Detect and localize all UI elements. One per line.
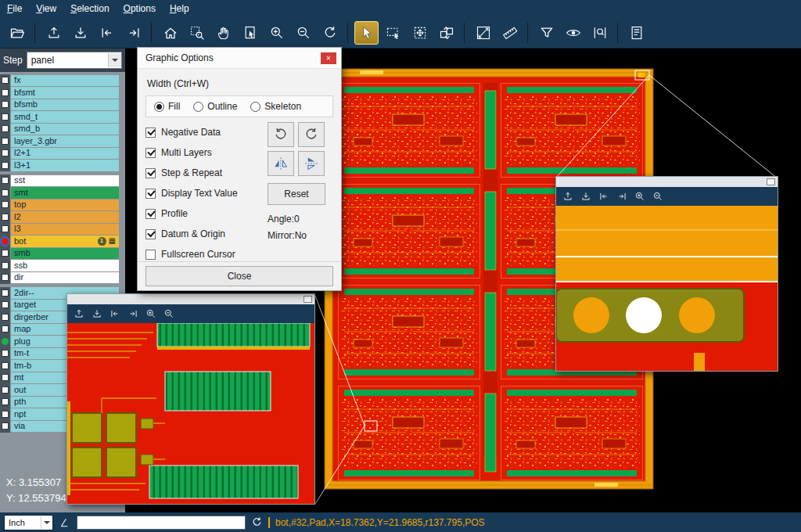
step-combobox[interactable]: panel bbox=[27, 52, 122, 69]
reset-button[interactable]: Reset bbox=[268, 183, 325, 205]
layer-row-sst[interactable]: sst bbox=[0, 174, 125, 187]
move-selection-icon[interactable] bbox=[408, 21, 432, 45]
zoom-previous-icon[interactable] bbox=[318, 21, 342, 45]
snap-angle-icon[interactable] bbox=[59, 516, 71, 529]
pointer-tool-icon[interactable] bbox=[354, 21, 379, 45]
zoom-in-icon[interactable] bbox=[144, 307, 158, 321]
window-collapse-icon[interactable] bbox=[767, 178, 775, 185]
zoom-in-icon[interactable] bbox=[633, 189, 647, 203]
layer-row-bot[interactable]: bot1▦ bbox=[0, 235, 125, 248]
mirror-vertical-button[interactable] bbox=[298, 151, 325, 176]
rotate-ccw-button[interactable] bbox=[298, 122, 325, 147]
layer-visibility-checkbox[interactable] bbox=[0, 87, 10, 99]
measure-line-icon[interactable] bbox=[471, 21, 495, 45]
layer-visibility-checkbox[interactable] bbox=[0, 74, 10, 87]
ruler-icon[interactable] bbox=[497, 21, 522, 45]
magnifier-1-title-bar[interactable] bbox=[67, 294, 314, 304]
layer-row-ssb[interactable]: ssb bbox=[0, 260, 125, 272]
layer-visibility-checkbox[interactable] bbox=[0, 247, 10, 260]
radio-fill[interactable]: Fill bbox=[154, 101, 180, 112]
layer-visibility-checkbox[interactable] bbox=[0, 199, 10, 211]
checkbox-display-text-value[interactable]: Display Text Value bbox=[145, 183, 268, 203]
chevron-down-icon[interactable] bbox=[108, 53, 121, 67]
layer-visibility-checkbox[interactable] bbox=[0, 187, 10, 200]
window-collapse-icon[interactable] bbox=[304, 296, 312, 303]
export-step-up-icon[interactable] bbox=[561, 189, 575, 203]
mirror-horizontal-button[interactable] bbox=[268, 151, 294, 176]
layer-row-smd-t[interactable]: smd_t bbox=[0, 111, 125, 124]
layer-visibility-checkbox[interactable] bbox=[0, 135, 10, 148]
layer-visibility-checkbox[interactable] bbox=[0, 311, 10, 324]
menu-selection[interactable]: Selection bbox=[63, 1, 116, 16]
layer-visibility-checkbox[interactable] bbox=[0, 372, 10, 384]
layer-row-bfsmt[interactable]: bfsmt bbox=[0, 87, 125, 99]
layer-visibility-checkbox[interactable] bbox=[0, 211, 10, 224]
dialog-title-bar[interactable]: Graphic Options × bbox=[138, 48, 341, 69]
magnifier-2-title-bar[interactable] bbox=[556, 177, 778, 187]
layer-row-l3[interactable]: l3 bbox=[0, 223, 125, 235]
grid-icon[interactable]: ▦ bbox=[109, 237, 116, 245]
layer-row-layer-3-gbr[interactable]: layer_3.gbr bbox=[0, 135, 125, 148]
layer-visibility-checkbox[interactable] bbox=[0, 235, 10, 248]
close-button[interactable]: Close bbox=[145, 266, 333, 286]
menu-file[interactable]: File bbox=[0, 1, 29, 16]
checkbox-datum-origin[interactable]: Datum & Origin bbox=[145, 224, 268, 244]
layer-visibility-checkbox[interactable] bbox=[0, 384, 10, 397]
zoom-in-icon[interactable] bbox=[264, 21, 289, 45]
radio-skeleton[interactable]: Skeleton bbox=[250, 101, 301, 112]
query-text-icon[interactable] bbox=[587, 21, 612, 45]
layer-row-smb[interactable]: smb bbox=[0, 247, 125, 260]
home-view-icon[interactable] bbox=[158, 21, 182, 45]
export-step-up-icon[interactable] bbox=[41, 21, 66, 45]
magnifier-1-view[interactable] bbox=[67, 323, 314, 504]
layer-row-l2-1[interactable]: l2+1 bbox=[0, 147, 125, 160]
layer-visibility-checkbox[interactable] bbox=[0, 347, 10, 360]
layer-visibility-checkbox[interactable] bbox=[0, 420, 10, 433]
open-file-icon[interactable] bbox=[5, 21, 29, 45]
refresh-icon[interactable] bbox=[251, 516, 263, 528]
layer-row-top[interactable]: top bbox=[0, 199, 125, 211]
checkbox-multi-layers[interactable]: Multi Layers bbox=[145, 142, 268, 163]
layer-visibility-checkbox[interactable] bbox=[0, 260, 10, 272]
chevron-down-icon[interactable] bbox=[41, 516, 52, 529]
import-step-down-icon[interactable] bbox=[579, 189, 593, 203]
layer-visibility-checkbox[interactable] bbox=[0, 223, 10, 235]
pan-hand-icon[interactable] bbox=[211, 21, 235, 45]
import-step-down-icon[interactable] bbox=[68, 21, 92, 45]
zoom-out-icon[interactable] bbox=[651, 189, 665, 203]
select-sheet-icon[interactable] bbox=[238, 21, 262, 45]
checkbox-step-repeat[interactable]: Step & Repeat bbox=[145, 163, 268, 183]
magnifier-window-1[interactable] bbox=[66, 293, 315, 505]
prev-step-icon[interactable] bbox=[95, 21, 119, 45]
close-icon[interactable]: × bbox=[321, 52, 336, 64]
layer-visibility-checkbox[interactable] bbox=[0, 299, 10, 311]
layer-visibility-checkbox[interactable] bbox=[0, 408, 10, 421]
layer-visibility-checkbox[interactable] bbox=[0, 174, 10, 187]
filter-icon[interactable] bbox=[534, 21, 559, 45]
layer-visibility-checkbox[interactable] bbox=[0, 160, 10, 172]
zoom-out-icon[interactable] bbox=[291, 21, 315, 45]
unit-combobox[interactable]: Inch bbox=[4, 515, 53, 530]
layer-row-l3-1[interactable]: l3+1 bbox=[0, 160, 125, 172]
layer-visibility-checkbox[interactable] bbox=[0, 271, 10, 284]
menu-view[interactable]: View bbox=[29, 1, 63, 16]
checkbox-negative-data[interactable]: Negative Data bbox=[145, 122, 268, 142]
next-step-icon[interactable] bbox=[121, 21, 145, 45]
layer-visibility-checkbox[interactable] bbox=[0, 360, 10, 372]
layer-row-dir[interactable]: dir bbox=[0, 271, 125, 284]
layer-visibility-checkbox[interactable] bbox=[0, 99, 10, 111]
swap-layers-icon[interactable] bbox=[434, 21, 458, 45]
prev-step-icon[interactable] bbox=[597, 189, 611, 203]
next-step-icon[interactable] bbox=[615, 189, 629, 203]
marquee-select-icon[interactable] bbox=[381, 21, 405, 45]
import-step-down-icon[interactable] bbox=[90, 307, 104, 321]
layer-row-l2[interactable]: l2 bbox=[0, 211, 125, 224]
next-step-icon[interactable] bbox=[126, 307, 140, 321]
magnifier-2-view[interactable] bbox=[556, 206, 778, 371]
layer-row-fx[interactable]: fx bbox=[0, 74, 125, 87]
report-icon[interactable] bbox=[624, 21, 648, 45]
radio-outline[interactable]: Outline bbox=[193, 101, 237, 112]
layer-visibility-checkbox[interactable] bbox=[0, 336, 10, 348]
layer-visibility-checkbox[interactable] bbox=[0, 396, 10, 408]
highlight-view-icon[interactable] bbox=[561, 21, 585, 45]
